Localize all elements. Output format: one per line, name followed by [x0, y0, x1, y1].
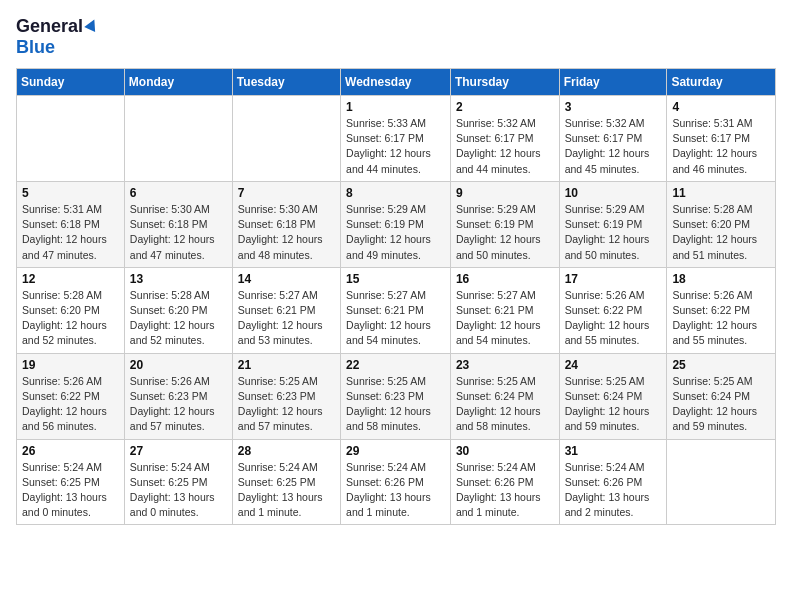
header: General Blue — [16, 16, 776, 58]
day-cell: 22Sunrise: 5:25 AM Sunset: 6:23 PM Dayli… — [341, 353, 451, 439]
weekday-header-monday: Monday — [124, 69, 232, 96]
day-cell: 4Sunrise: 5:31 AM Sunset: 6:17 PM Daylig… — [667, 96, 776, 182]
day-cell: 30Sunrise: 5:24 AM Sunset: 6:26 PM Dayli… — [450, 439, 559, 525]
day-number: 29 — [346, 444, 445, 458]
day-cell: 19Sunrise: 5:26 AM Sunset: 6:22 PM Dayli… — [17, 353, 125, 439]
day-number: 27 — [130, 444, 227, 458]
day-cell: 16Sunrise: 5:27 AM Sunset: 6:21 PM Dayli… — [450, 267, 559, 353]
day-number: 20 — [130, 358, 227, 372]
day-number: 2 — [456, 100, 554, 114]
day-cell: 23Sunrise: 5:25 AM Sunset: 6:24 PM Dayli… — [450, 353, 559, 439]
weekday-header-sunday: Sunday — [17, 69, 125, 96]
day-number: 18 — [672, 272, 770, 286]
weekday-header-row: SundayMondayTuesdayWednesdayThursdayFrid… — [17, 69, 776, 96]
day-cell: 5Sunrise: 5:31 AM Sunset: 6:18 PM Daylig… — [17, 181, 125, 267]
day-number: 7 — [238, 186, 335, 200]
logo-general-text: General — [16, 16, 83, 37]
day-cell: 9Sunrise: 5:29 AM Sunset: 6:19 PM Daylig… — [450, 181, 559, 267]
day-info: Sunrise: 5:30 AM Sunset: 6:18 PM Dayligh… — [130, 202, 227, 263]
day-cell — [232, 96, 340, 182]
day-number: 3 — [565, 100, 662, 114]
day-number: 31 — [565, 444, 662, 458]
day-info: Sunrise: 5:29 AM Sunset: 6:19 PM Dayligh… — [346, 202, 445, 263]
week-row-4: 26Sunrise: 5:24 AM Sunset: 6:25 PM Dayli… — [17, 439, 776, 525]
day-number: 25 — [672, 358, 770, 372]
day-cell: 3Sunrise: 5:32 AM Sunset: 6:17 PM Daylig… — [559, 96, 667, 182]
day-cell: 10Sunrise: 5:29 AM Sunset: 6:19 PM Dayli… — [559, 181, 667, 267]
weekday-header-friday: Friday — [559, 69, 667, 96]
weekday-header-saturday: Saturday — [667, 69, 776, 96]
day-number: 6 — [130, 186, 227, 200]
day-info: Sunrise: 5:33 AM Sunset: 6:17 PM Dayligh… — [346, 116, 445, 177]
day-number: 10 — [565, 186, 662, 200]
day-cell: 7Sunrise: 5:30 AM Sunset: 6:18 PM Daylig… — [232, 181, 340, 267]
day-cell: 12Sunrise: 5:28 AM Sunset: 6:20 PM Dayli… — [17, 267, 125, 353]
day-info: Sunrise: 5:24 AM Sunset: 6:26 PM Dayligh… — [346, 460, 445, 521]
calendar-table: SundayMondayTuesdayWednesdayThursdayFrid… — [16, 68, 776, 525]
day-info: Sunrise: 5:26 AM Sunset: 6:22 PM Dayligh… — [565, 288, 662, 349]
logo-blue-text: Blue — [16, 37, 55, 57]
day-cell — [667, 439, 776, 525]
day-info: Sunrise: 5:31 AM Sunset: 6:17 PM Dayligh… — [672, 116, 770, 177]
week-row-2: 12Sunrise: 5:28 AM Sunset: 6:20 PM Dayli… — [17, 267, 776, 353]
day-info: Sunrise: 5:24 AM Sunset: 6:26 PM Dayligh… — [565, 460, 662, 521]
day-info: Sunrise: 5:24 AM Sunset: 6:25 PM Dayligh… — [130, 460, 227, 521]
day-cell: 15Sunrise: 5:27 AM Sunset: 6:21 PM Dayli… — [341, 267, 451, 353]
day-info: Sunrise: 5:29 AM Sunset: 6:19 PM Dayligh… — [456, 202, 554, 263]
day-info: Sunrise: 5:28 AM Sunset: 6:20 PM Dayligh… — [22, 288, 119, 349]
day-number: 22 — [346, 358, 445, 372]
day-info: Sunrise: 5:29 AM Sunset: 6:19 PM Dayligh… — [565, 202, 662, 263]
day-info: Sunrise: 5:28 AM Sunset: 6:20 PM Dayligh… — [672, 202, 770, 263]
week-row-0: 1Sunrise: 5:33 AM Sunset: 6:17 PM Daylig… — [17, 96, 776, 182]
weekday-header-tuesday: Tuesday — [232, 69, 340, 96]
day-number: 17 — [565, 272, 662, 286]
day-number: 14 — [238, 272, 335, 286]
day-number: 13 — [130, 272, 227, 286]
day-info: Sunrise: 5:27 AM Sunset: 6:21 PM Dayligh… — [238, 288, 335, 349]
day-cell: 6Sunrise: 5:30 AM Sunset: 6:18 PM Daylig… — [124, 181, 232, 267]
day-info: Sunrise: 5:25 AM Sunset: 6:23 PM Dayligh… — [238, 374, 335, 435]
day-cell: 11Sunrise: 5:28 AM Sunset: 6:20 PM Dayli… — [667, 181, 776, 267]
day-number: 5 — [22, 186, 119, 200]
page-container: General Blue SundayMondayTuesdayWednesda… — [16, 16, 776, 525]
day-cell: 17Sunrise: 5:26 AM Sunset: 6:22 PM Dayli… — [559, 267, 667, 353]
day-number: 24 — [565, 358, 662, 372]
day-info: Sunrise: 5:24 AM Sunset: 6:25 PM Dayligh… — [238, 460, 335, 521]
day-cell: 1Sunrise: 5:33 AM Sunset: 6:17 PM Daylig… — [341, 96, 451, 182]
day-info: Sunrise: 5:31 AM Sunset: 6:18 PM Dayligh… — [22, 202, 119, 263]
week-row-3: 19Sunrise: 5:26 AM Sunset: 6:22 PM Dayli… — [17, 353, 776, 439]
day-number: 15 — [346, 272, 445, 286]
weekday-header-wednesday: Wednesday — [341, 69, 451, 96]
day-info: Sunrise: 5:28 AM Sunset: 6:20 PM Dayligh… — [130, 288, 227, 349]
day-cell: 31Sunrise: 5:24 AM Sunset: 6:26 PM Dayli… — [559, 439, 667, 525]
day-cell: 8Sunrise: 5:29 AM Sunset: 6:19 PM Daylig… — [341, 181, 451, 267]
day-cell: 26Sunrise: 5:24 AM Sunset: 6:25 PM Dayli… — [17, 439, 125, 525]
day-cell — [124, 96, 232, 182]
day-info: Sunrise: 5:32 AM Sunset: 6:17 PM Dayligh… — [565, 116, 662, 177]
day-number: 8 — [346, 186, 445, 200]
day-cell: 29Sunrise: 5:24 AM Sunset: 6:26 PM Dayli… — [341, 439, 451, 525]
day-info: Sunrise: 5:27 AM Sunset: 6:21 PM Dayligh… — [456, 288, 554, 349]
day-number: 12 — [22, 272, 119, 286]
day-cell: 20Sunrise: 5:26 AM Sunset: 6:23 PM Dayli… — [124, 353, 232, 439]
day-cell: 21Sunrise: 5:25 AM Sunset: 6:23 PM Dayli… — [232, 353, 340, 439]
day-number: 21 — [238, 358, 335, 372]
day-info: Sunrise: 5:32 AM Sunset: 6:17 PM Dayligh… — [456, 116, 554, 177]
day-number: 26 — [22, 444, 119, 458]
day-number: 1 — [346, 100, 445, 114]
day-cell: 18Sunrise: 5:26 AM Sunset: 6:22 PM Dayli… — [667, 267, 776, 353]
day-info: Sunrise: 5:24 AM Sunset: 6:26 PM Dayligh… — [456, 460, 554, 521]
day-number: 9 — [456, 186, 554, 200]
day-info: Sunrise: 5:26 AM Sunset: 6:22 PM Dayligh… — [22, 374, 119, 435]
day-cell — [17, 96, 125, 182]
day-number: 16 — [456, 272, 554, 286]
day-number: 23 — [456, 358, 554, 372]
logo-triangle-icon — [84, 17, 100, 32]
day-number: 28 — [238, 444, 335, 458]
day-info: Sunrise: 5:25 AM Sunset: 6:24 PM Dayligh… — [565, 374, 662, 435]
day-cell: 2Sunrise: 5:32 AM Sunset: 6:17 PM Daylig… — [450, 96, 559, 182]
week-row-1: 5Sunrise: 5:31 AM Sunset: 6:18 PM Daylig… — [17, 181, 776, 267]
day-cell: 14Sunrise: 5:27 AM Sunset: 6:21 PM Dayli… — [232, 267, 340, 353]
weekday-header-thursday: Thursday — [450, 69, 559, 96]
day-cell: 13Sunrise: 5:28 AM Sunset: 6:20 PM Dayli… — [124, 267, 232, 353]
